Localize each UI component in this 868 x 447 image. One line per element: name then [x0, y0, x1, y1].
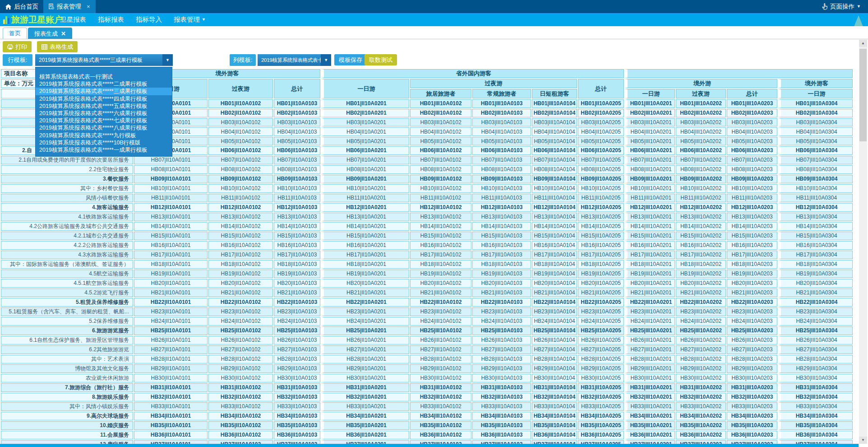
data-cell: HB30|III10A0201	[625, 374, 675, 382]
horizontal-scrollbar-thumb[interactable]	[0, 444, 859, 447]
data-cell: HB18|III10A0203	[727, 260, 777, 269]
data-cell: HB08|III10A0304	[778, 165, 853, 174]
data-cell: HB36|III10A0104	[532, 431, 577, 439]
data-cell: HB08|III10A0201	[625, 165, 675, 174]
table-row: 3.餐饮服务HB09|II10A0101HB09|II10A0102HB09|I…	[1, 175, 853, 183]
data-cell: HB24|II10A0103	[274, 317, 320, 326]
data-cell: HB21|III10A0104	[532, 289, 577, 297]
row-label: 11.会展服务	[1, 431, 133, 439]
data-cell: HB05|III10A0304	[778, 137, 853, 145]
data-cell: HB30|III10A0304	[778, 374, 853, 382]
page-operations-menu[interactable]: 页面操作 ▼	[822, 0, 861, 13]
data-cell: HB33|III10A0201	[625, 402, 675, 411]
data-cell: HB32|II10A0201	[321, 393, 409, 401]
data-cell: HB16|II10A0101	[134, 241, 208, 250]
data-cell: HB05|III10A0203	[727, 137, 777, 145]
dropdown-option[interactable]: 2019核算系统报表格式表*****10B行模版	[36, 139, 172, 146]
data-cell: HB13|II10A0103	[274, 213, 320, 221]
row-label: 4.旅客运输服务	[1, 203, 133, 212]
table-row: 风情小镇餐饮服务HB11|II10A0101HB11|II10A0102HB11…	[1, 194, 853, 202]
fetch-test-button[interactable]: 取数测试	[365, 54, 397, 65]
data-cell: HB05|III10A0201	[625, 137, 675, 145]
page-tab-report-generate[interactable]: 报表生成 ✕	[28, 28, 72, 39]
dropdown-option[interactable]: 2019核算系统报表格式表*****九行模板	[36, 132, 172, 139]
print-button[interactable]: 打印	[3, 41, 32, 52]
close-tab-icon[interactable]: ×	[87, 0, 90, 13]
data-cell: HB30|II10A0102	[208, 374, 273, 382]
dropdown-option[interactable]: 2019核算系统报表格式表*****三成果行模板	[36, 88, 172, 95]
data-cell: HB23|II10A0101	[134, 307, 208, 316]
data-cell: HB26|II10A0102	[208, 336, 273, 345]
scroll-up-button[interactable]: ▲	[859, 40, 867, 47]
dropdown-option[interactable]: 2019核算系统报表格式表*****四成果行模板	[36, 95, 172, 102]
dropdown-option[interactable]: 2019核算系统报表格式表*****五成果行模板	[36, 102, 172, 110]
data-cell: HB05|II10A0205	[578, 137, 624, 145]
dropdown-option[interactable]: 2019核算系统报表格式表*****八成果行模板	[36, 124, 172, 131]
data-cell: HB01|II10A0205	[578, 99, 624, 108]
generate-table-button-label: 表格生成	[50, 43, 73, 51]
data-cell: HB11|II10A0102	[208, 194, 273, 202]
data-cell: HB29|III10A0201	[625, 364, 675, 373]
table-row: 博物馆及其他文化服务HB29|II10A0101HB29|II10A0102HB…	[1, 364, 853, 373]
data-cell: HB28|III10A0102	[410, 355, 471, 363]
generate-table-button[interactable]: 表格生成	[37, 41, 78, 52]
dropdown-option[interactable]: 核算系统报表格式表一行测试	[36, 73, 172, 80]
nav-item-satellite-reports[interactable]: 卫星报表	[60, 13, 86, 26]
dropdown-option[interactable]: 2019核算系统报表格式表*****二成果行模板	[36, 80, 172, 88]
row-template-select[interactable]: 2019核算系统报表格式表*****三成果行模板 ▼	[35, 54, 173, 66]
data-cell: HB01|III10A0201	[625, 99, 675, 108]
data-cell: HB33|II10A0103	[274, 402, 320, 411]
data-cell: HB09|III10A0103	[472, 175, 531, 183]
vertical-scrollbar-thumb[interactable]	[859, 49, 867, 141]
data-cell: HB07|II10A0101	[134, 156, 208, 164]
save-template-button[interactable]: 模板保存	[334, 54, 367, 65]
data-cell: HB36|III10A0102	[410, 431, 471, 439]
dropdown-option[interactable]: 2019核算系统报表格式表*****七成果行模板	[36, 117, 172, 124]
data-cell: HB30|II10A0201	[321, 374, 409, 382]
data-cell: HB30|III10A0203	[727, 374, 777, 382]
data-cell: HB06|II10A0205	[578, 146, 624, 155]
data-cell: HB13|III10A0102	[410, 213, 471, 221]
dropdown-option[interactable]: 2019核算系统报表格式表*****六成果行模板	[36, 110, 172, 117]
col-template-label: 列模板:	[230, 54, 256, 66]
data-cell: HB15|III10A0102	[410, 232, 471, 240]
data-cell: HB31|III10A0201	[625, 383, 675, 392]
scroll-down-button[interactable]: ▼	[859, 437, 867, 444]
nav-item-report-management[interactable]: 报表管理▼	[174, 13, 206, 26]
data-cell: HB24|III10A0102	[410, 317, 471, 326]
tab-backend-home[interactable]: 后台首页	[0, 0, 45, 13]
data-cell: HB02|II10A0102	[208, 109, 273, 117]
data-cell: HB25|II10A0201	[321, 326, 409, 335]
data-cell: HB23|III10A0102	[410, 307, 471, 316]
data-cell: HB19|II10A0201	[321, 270, 409, 278]
nav-item-indicator-reports[interactable]: 指标报表	[98, 13, 124, 26]
table-row: 5.租赁及保养维修服务HB22|II10A0101HB22|II10A0102H…	[1, 298, 853, 307]
tab-report-management[interactable]: 报表管理 ×	[43, 0, 96, 13]
data-cell: HB26|III10A0202	[676, 336, 726, 345]
data-cell: HB17|II10A0103	[274, 251, 320, 259]
data-cell: HB05|III10A0102	[410, 137, 471, 145]
data-cell: HB04|II10A0102	[208, 127, 273, 136]
data-cell: HB34|III10A0202	[676, 412, 726, 420]
nav-item-indicator-import[interactable]: 指标导入	[136, 13, 162, 26]
row-label: 4.1铁路旅客运输服务	[1, 213, 133, 221]
data-cell: HB35|III10A0304	[778, 421, 853, 430]
data-cell: HB36|III10A0202	[676, 431, 726, 439]
data-cell: HB25|III10A0103	[472, 326, 531, 335]
data-cell: HB10|III10A0201	[625, 184, 675, 193]
data-cell: HB35|III10A0201	[625, 421, 675, 430]
data-cell: HB28|III10A0201	[625, 355, 675, 363]
close-tab-icon[interactable]: ✕	[61, 28, 66, 39]
data-cell: HB26|III10A0201	[625, 336, 675, 345]
data-cell: HB16|III10A0202	[676, 241, 726, 250]
page-tab-home[interactable]: 首页	[3, 28, 27, 39]
dropdown-option[interactable]: 2019核算系统报表格式表*****一成果行模板	[36, 146, 172, 154]
data-cell: HB11|III10A0102	[410, 194, 471, 202]
data-cell: HB06|III10A0201	[625, 146, 675, 155]
data-cell: HB03|II10A0102	[208, 118, 273, 127]
data-cell: HB03|III10A0201	[625, 118, 675, 127]
col-template-select[interactable]: 2019核算系统报表格式表十A列模板 ▼	[258, 54, 331, 66]
data-cell: HB35|II10A0205	[578, 421, 624, 430]
content-panel: 打印 表格生成 行模板: 2019核算系统报表格式表*****三成果行模板 ▼ …	[0, 39, 868, 447]
data-cell: HB27|III10A0203	[727, 345, 777, 354]
